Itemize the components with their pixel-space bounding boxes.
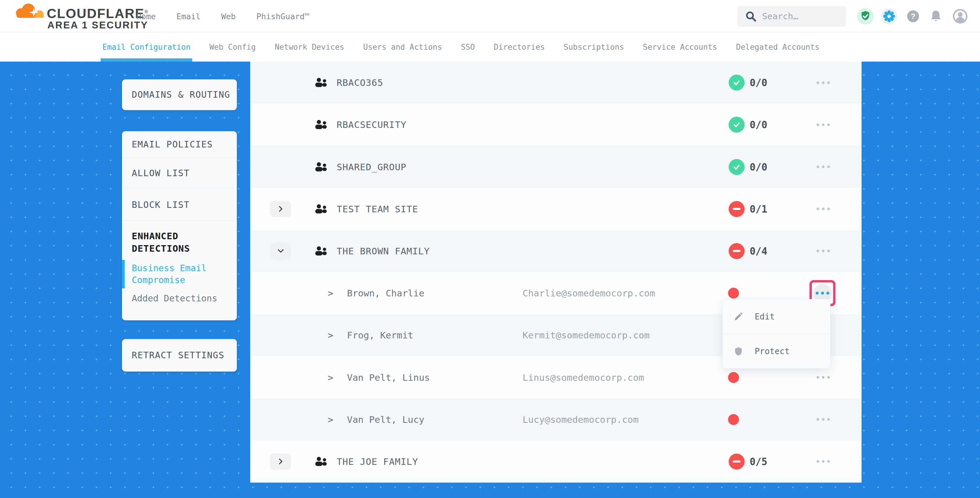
member-name: Brown, Charlie	[347, 288, 424, 298]
sidebar-item-allow-list[interactable]: ALLOW LIST	[122, 158, 237, 189]
sidebar-card-policies: EMAIL POLICIES ALLOW LIST BLOCK LIST ENH…	[122, 131, 237, 320]
brand-name: CLOUDFLARE®	[47, 6, 149, 21]
account-button[interactable]	[952, 8, 969, 25]
group-icon	[315, 204, 328, 214]
status-badge-ok	[729, 117, 745, 133]
tab-service-accounts[interactable]: Service Accounts	[643, 33, 717, 62]
row-menu-button[interactable]	[813, 116, 834, 134]
gear-icon	[881, 8, 897, 25]
status-badge-blocked	[729, 201, 745, 217]
status-dot-blocked	[728, 414, 739, 425]
group-name: THE JOE FAMILY	[337, 456, 418, 467]
protection-status-badge[interactable]	[857, 8, 874, 25]
row-menu-button[interactable]	[813, 200, 834, 218]
context-menu-edit[interactable]: Edit	[723, 299, 830, 334]
app-header: CLOUDFLARE® AREA 1 SECURITY Home Email W…	[0, 0, 980, 33]
nav-web[interactable]: Web	[221, 12, 235, 21]
group-name: RBACSECURITY	[337, 119, 407, 130]
group-icon	[315, 78, 328, 88]
table-row-group[interactable]: SHARED_GROUP 0/0	[250, 146, 862, 188]
tab-sso[interactable]: SSO	[461, 33, 475, 62]
search-box[interactable]	[737, 6, 846, 27]
sidebar-card-retract-settings[interactable]: RETRACT SETTINGS	[122, 339, 237, 372]
search-input[interactable]	[762, 11, 845, 21]
tab-network-devices[interactable]: Network Devices	[275, 33, 344, 62]
row-menu-button[interactable]	[813, 453, 834, 471]
settings-button[interactable]	[881, 8, 897, 25]
member-name: Frog, Kermit	[347, 330, 413, 340]
status-badge-blocked	[729, 453, 745, 469]
bell-icon	[928, 9, 943, 24]
member-count: 0/0	[750, 119, 767, 130]
status-badge-ok	[729, 159, 745, 175]
table-row-group[interactable]: THE BROWN FAMILY 0/4	[250, 230, 862, 272]
search-icon	[745, 10, 757, 23]
context-menu-edit-label: Edit	[755, 312, 775, 321]
member-email: Linus@somedemocorp.com	[523, 372, 644, 383]
tab-users-and-actions[interactable]: Users and Actions	[363, 33, 442, 62]
sidebar-item-enhanced-detections[interactable]: ENHANCED DETECTIONS	[132, 230, 228, 255]
sidebar-item-added-detections[interactable]: Added Detections	[132, 293, 228, 304]
help-button[interactable]: ?	[905, 8, 921, 25]
table-row-group[interactable]: RBACO365 0/0	[250, 62, 862, 103]
section-tabs: Email Configuration Web Config Network D…	[0, 33, 980, 62]
nav-home[interactable]: Home	[137, 12, 156, 21]
cloudflare-cloud-logo-icon	[13, 2, 46, 19]
sidebar-card-domains-routing[interactable]: DOMAINS & ROUTING	[122, 80, 237, 110]
group-name: TEST TEAM SITE	[337, 204, 418, 214]
group-icon	[315, 119, 328, 130]
table-row-group[interactable]: TEST TEAM SITE 0/1	[250, 188, 862, 230]
sidebar-item-block-list[interactable]: BLOCK LIST	[122, 189, 237, 221]
tab-web-config[interactable]: Web Config	[209, 33, 256, 62]
tab-subscriptions[interactable]: Subscriptions	[564, 33, 624, 62]
row-menu-button[interactable]	[813, 242, 834, 260]
group-icon	[315, 457, 328, 467]
row-menu-button[interactable]	[813, 74, 834, 91]
group-name: SHARED_GROUP	[337, 162, 407, 172]
member-count: 0/0	[750, 77, 767, 89]
member-prefix: >	[328, 330, 333, 340]
nav-email[interactable]: Email	[177, 12, 200, 21]
chevron-right-icon	[278, 458, 283, 465]
row-menu-button[interactable]	[813, 369, 834, 387]
member-name: Van Pelt, Linus	[347, 372, 430, 383]
member-count: 0/4	[750, 245, 767, 257]
group-name: THE BROWN FAMILY	[337, 246, 430, 256]
pencil-icon	[733, 312, 743, 321]
context-menu-protect-label: Protect	[755, 347, 790, 356]
sidebar-item-retract-settings[interactable]: RETRACT SETTINGS	[122, 339, 237, 372]
status-badge-ok	[729, 75, 745, 91]
member-email: Charlie@somedemocorp.com	[523, 288, 655, 298]
minus-icon	[733, 460, 740, 463]
context-menu-protect[interactable]: Protect	[723, 334, 830, 369]
sidebar-item-business-email-compromise[interactable]: Business Email Compromise	[132, 263, 228, 286]
chevron-down-icon	[277, 249, 284, 253]
member-email: Lucy@somedemocorp.com	[523, 414, 639, 425]
table-row-group[interactable]: RBACSECURITY 0/0	[250, 103, 862, 146]
member-count: 0/1	[750, 203, 767, 215]
expand-row-button[interactable]	[270, 201, 291, 217]
groups-table: RBACO365 0/0 RBACSECURITY 0/0 SHARED_GRO…	[250, 62, 862, 483]
status-dot-blocked	[728, 372, 739, 383]
svg-text:?: ?	[911, 12, 915, 21]
status-dot-blocked	[728, 288, 739, 299]
sidebar-item-email-policies[interactable]: EMAIL POLICIES	[122, 131, 237, 158]
member-count: 0/5	[750, 456, 767, 467]
collapse-row-button[interactable]	[270, 243, 291, 259]
group-name: RBACO365	[337, 77, 383, 88]
notifications-button[interactable]	[928, 8, 944, 25]
table-row-member[interactable]: > Van Pelt, Lucy Lucy@somedemocorp.com	[250, 399, 862, 441]
member-prefix: >	[328, 288, 333, 298]
tab-directories[interactable]: Directories	[494, 33, 545, 62]
check-icon	[732, 120, 741, 129]
tab-delegated-accounts[interactable]: Delegated Accounts	[736, 33, 819, 62]
avatar-icon	[953, 9, 968, 24]
sidebar-item-domains-routing[interactable]: DOMAINS & ROUTING	[122, 80, 237, 110]
nav-phishguard[interactable]: PhishGuard™	[256, 12, 309, 21]
row-menu-button[interactable]	[813, 158, 834, 176]
expand-row-button[interactable]	[270, 453, 291, 469]
tab-email-configuration[interactable]: Email Configuration	[102, 33, 190, 62]
minus-icon	[733, 208, 740, 210]
row-menu-button[interactable]	[813, 410, 834, 428]
table-row-group[interactable]: THE JOE FAMILY 0/5	[250, 441, 862, 483]
